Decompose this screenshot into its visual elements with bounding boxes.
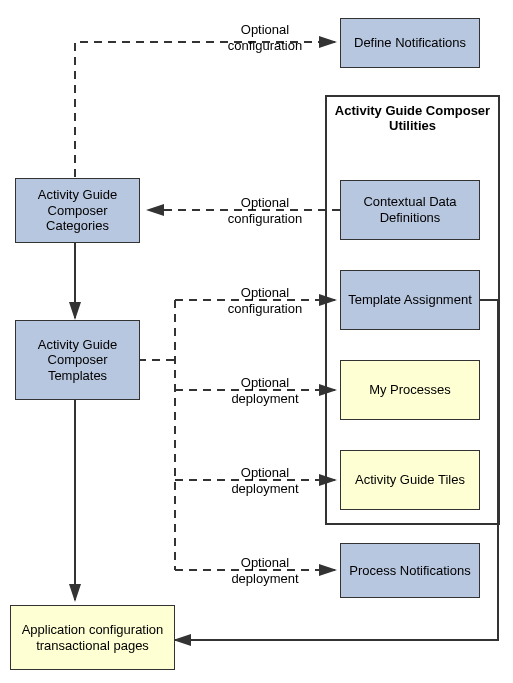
node-contextual-data-definitions: Contextual Data Definitions (340, 180, 480, 240)
node-process-notifications: Process Notifications (340, 543, 480, 598)
diagram-canvas: Define Notifications Optional configurat… (0, 0, 513, 683)
node-activity-guide-tiles: Activity Guide Tiles (340, 450, 480, 510)
node-template-assignment: Template Assignment (340, 270, 480, 330)
label-optional-config-2: Optional configuration (210, 195, 320, 226)
group-title: Activity Guide Composer Utilities (327, 103, 498, 133)
label-optional-deploy-1: Optional deployment (210, 375, 320, 406)
label-optional-deploy-3: Optional deployment (210, 555, 320, 586)
node-templates: Activity Guide Composer Templates (15, 320, 140, 400)
label-optional-config-1: Optional configuration (210, 22, 320, 53)
label-optional-config-3: Optional configuration (210, 285, 320, 316)
node-my-processes: My Processes (340, 360, 480, 420)
label-optional-deploy-2: Optional deployment (210, 465, 320, 496)
node-define-notifications: Define Notifications (340, 18, 480, 68)
node-categories: Activity Guide Composer Categories (15, 178, 140, 243)
node-app-config: Application configuration transactional … (10, 605, 175, 670)
